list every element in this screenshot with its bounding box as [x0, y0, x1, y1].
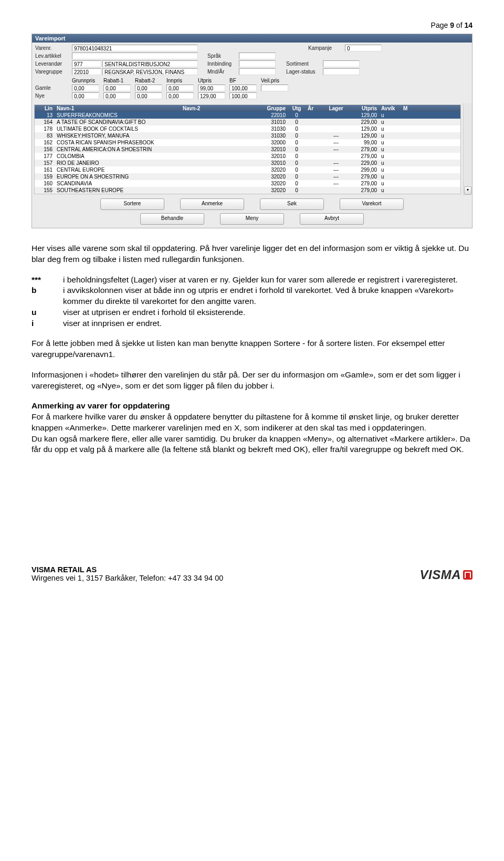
- nye-innpris[interactable]: 0,00: [166, 92, 194, 99]
- gh-utg: Utg: [288, 105, 306, 112]
- table-row[interactable]: 13SUPERFREAKONOMICS220100129,00u: [35, 112, 460, 119]
- leverandor-code-input[interactable]: 977: [72, 60, 101, 67]
- innbinding-label: Innbinding: [207, 61, 239, 67]
- company-name: VISMA RETAIL AS: [32, 565, 223, 574]
- sok-button[interactable]: Søk: [260, 198, 324, 210]
- gh-lin: Lin: [35, 105, 55, 112]
- gh-gruppe: Gruppe: [259, 105, 288, 112]
- varekort-button[interactable]: Varekort: [340, 198, 404, 210]
- behandle-button[interactable]: Behandle: [140, 213, 204, 225]
- anmerke-button[interactable]: Anmerke: [180, 198, 244, 210]
- page-indicator: Page 9 of 14: [32, 21, 472, 29]
- sortiment-input[interactable]: [323, 60, 360, 67]
- leverandor-name-input[interactable]: SENTRALDISTRIBUSJON2: [102, 60, 198, 67]
- sortere-button[interactable]: Sortere: [100, 198, 164, 210]
- footer: VISMA RETAIL AS Wirgenes vei 1, 3157 Bar…: [32, 565, 472, 582]
- levart-label: Lev.artikkel: [35, 53, 72, 59]
- varegruppe-name-input[interactable]: REGNSKAP, REVISJON, FINANS: [102, 68, 198, 75]
- table-row[interactable]: 178ULTIMATE BOOK OF COCKTAILS310300129,0…: [35, 125, 460, 132]
- scroll-down-icon[interactable]: ▾: [464, 186, 471, 195]
- innbinding-input[interactable]: [239, 60, 276, 67]
- kampanje-input[interactable]: 0: [345, 45, 382, 51]
- table-row[interactable]: 162COSTA RICAN SPANISH PHRASEBOOK320000-…: [35, 139, 460, 146]
- table-row[interactable]: 177COLOMBIA320100279,00u: [35, 153, 460, 160]
- gh-ar: År: [306, 105, 323, 112]
- table-row[interactable]: 159EUROPE ON A SHOESTRING320200---279,00…: [35, 173, 460, 180]
- col-bf: BF: [229, 78, 261, 83]
- varegruppe-label: Varegruppe: [35, 69, 72, 75]
- definition-row: bi avvikskolonnen viser at både inn og u…: [32, 285, 472, 307]
- gamle-label: Gamle: [35, 85, 72, 91]
- sprak-input[interactable]: [239, 52, 276, 59]
- visma-logo-icon: [463, 570, 472, 580]
- item-grid[interactable]: Lin Navn-1 Navn-2 Gruppe Utg År Lager Ut…: [34, 104, 461, 194]
- gamle-bf[interactable]: 100,00: [229, 85, 257, 91]
- kampanje-label: Kampanje: [308, 45, 345, 51]
- app-window: Vareimport Varenr. 9780141048321 Kampanj…: [32, 34, 472, 228]
- mndar-label: Mnd/År: [207, 69, 239, 75]
- nye-rabatt1[interactable]: 0,00: [103, 92, 131, 99]
- avbryt-button[interactable]: Avbryt: [300, 213, 364, 225]
- table-row[interactable]: 157RIO DE JANEIRO320100---229,00u: [35, 160, 460, 166]
- scrollbar-vertical[interactable]: ▾: [463, 103, 472, 195]
- varenr-input[interactable]: 9780141048321: [72, 45, 198, 51]
- gamle-rabatt1[interactable]: 0,00: [103, 85, 131, 91]
- nye-grunnpris[interactable]: 0,00: [72, 92, 99, 99]
- window-title: Vareimport: [32, 34, 472, 43]
- table-row[interactable]: 160SCANDINAVIA320200---279,00u: [35, 180, 460, 187]
- gh-avvik: Avvik: [379, 105, 401, 112]
- sprak-label: Språk: [207, 53, 239, 59]
- col-innpris: Innpris: [166, 78, 198, 83]
- col-veilpris: Veil.pris: [261, 78, 292, 83]
- col-rabatt2: Rabatt-2: [135, 78, 166, 83]
- gamle-rabatt2[interactable]: 0,00: [135, 85, 162, 91]
- table-row[interactable]: 161CENTRAL EUROPE320200---299,00u: [35, 166, 460, 173]
- levart-input[interactable]: [72, 52, 198, 59]
- varegruppe-code-input[interactable]: 22010: [72, 68, 101, 75]
- visma-logo: VISMA: [419, 568, 472, 582]
- gamle-innpris[interactable]: 0,00: [166, 85, 194, 91]
- table-row[interactable]: 164A TASTE OF SCANDINAVIA:GIFT BO3101002…: [35, 119, 460, 125]
- paragraph: Informasjonen i «hodet» tilhører den var…: [32, 370, 472, 392]
- mndar-input[interactable]: [239, 68, 276, 75]
- paragraph: Du kan også markere flere, eller alle va…: [32, 434, 472, 456]
- gh-navn1: Navn-1: [55, 105, 181, 112]
- definition-row: ***i beholdningsfeltet (Lager) viser at …: [32, 275, 472, 286]
- lagerstatus-input[interactable]: [323, 68, 360, 75]
- nye-label: Nye: [35, 93, 72, 99]
- table-row[interactable]: 155SOUTHEASTERN EUROPE320200279,00u: [35, 187, 460, 194]
- gamle-veilpris[interactable]: [261, 85, 288, 91]
- gh-lager: Lager: [323, 105, 349, 112]
- company-address: Wirgenes vei 1, 3157 Barkåker, Telefon: …: [32, 574, 223, 582]
- col-grunnpris: Grunnpris: [72, 78, 103, 83]
- nye-bf[interactable]: 100,00: [229, 92, 257, 99]
- col-utpris: Utpris: [198, 78, 229, 83]
- gamle-grunnpris[interactable]: 0,00: [72, 85, 99, 91]
- nye-rabatt2[interactable]: 0,00: [135, 92, 162, 99]
- definition-row: uviser at utprisen er endret i forhold t…: [32, 307, 472, 318]
- table-row[interactable]: 156CENTRAL AMERICA:ON A SHOESTRIN320100-…: [35, 146, 460, 153]
- leverandor-label: Leverandør: [35, 61, 72, 67]
- meny-button[interactable]: Meny: [220, 213, 284, 225]
- paragraph: For å lette jobben med å sjekke ut liste…: [32, 338, 472, 360]
- lagerstatus-label: Lager-status: [286, 69, 323, 75]
- definition-row: iviser at innprisen er endret.: [32, 318, 472, 329]
- sortiment-label: Sortiment: [286, 61, 323, 67]
- section-heading: Anmerking av varer for oppdatering For å…: [32, 401, 472, 433]
- table-row[interactable]: 83WHISKEY:HISTORY, MANUFA310300---129,00…: [35, 132, 460, 139]
- col-rabatt1: Rabatt-1: [103, 78, 135, 83]
- gh-utpris: Utpris: [349, 105, 379, 112]
- varenr-label: Varenr.: [35, 45, 72, 51]
- gh-navn2: Navn-2: [181, 105, 259, 112]
- paragraph: Her vises alle varene som skal til oppda…: [32, 243, 472, 265]
- gamle-utpris[interactable]: 99,00: [198, 85, 225, 91]
- nye-utpris[interactable]: 129,00: [198, 92, 225, 99]
- gh-m: M: [401, 105, 414, 112]
